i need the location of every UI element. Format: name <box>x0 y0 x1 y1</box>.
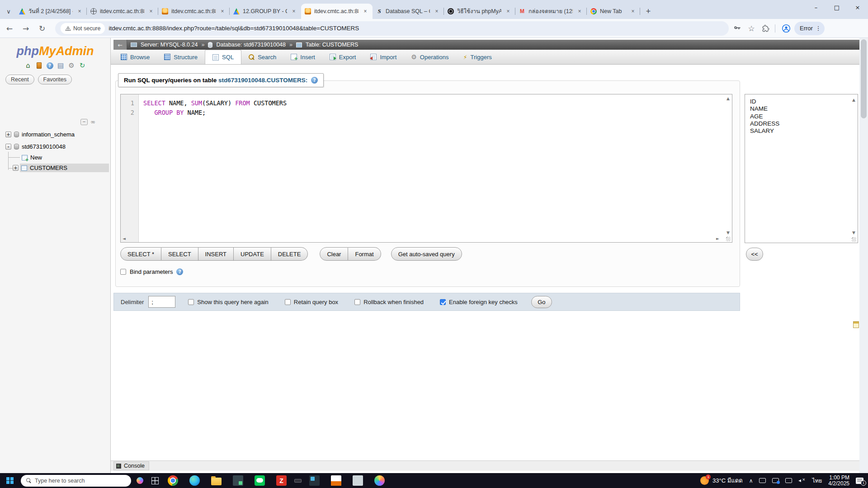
column-item[interactable]: ID <box>750 98 858 105</box>
profile-avatar-icon[interactable] <box>780 22 793 35</box>
tab-close-icon[interactable]: × <box>505 8 512 15</box>
tab-triggers[interactable]: ⚡Triggers <box>456 50 499 64</box>
z-app-icon[interactable]: Z <box>276 475 287 486</box>
scroll-up-icon[interactable]: ▲ <box>852 96 855 103</box>
panel-toggle-icon[interactable] <box>853 321 859 328</box>
rollback-checkbox[interactable] <box>354 299 360 305</box>
orange-doc-app-icon[interactable] <box>331 475 341 486</box>
go-button[interactable]: Go <box>531 296 552 308</box>
column-item[interactable]: AGE <box>750 113 858 120</box>
tree-item-std67319010048[interactable]: - std67319010048 <box>5 143 66 150</box>
language-indicator[interactable]: ไทย <box>812 476 822 485</box>
chrome-active-app[interactable] <box>294 479 302 483</box>
line-app-icon[interactable] <box>255 475 265 486</box>
notification-center-icon[interactable]: 1 <box>856 478 863 484</box>
home-icon[interactable]: ⌂ <box>24 62 32 70</box>
tab-insert[interactable]: Insert <box>283 50 322 64</box>
scroll-down-icon[interactable]: ▼ <box>726 230 730 235</box>
screen-snip-icon[interactable] <box>759 478 766 483</box>
maximize-icon[interactable]: □ <box>826 0 847 14</box>
tab-close-icon[interactable]: × <box>147 8 155 15</box>
browser-tab[interactable]: Database SQL – GRO × <box>373 4 444 19</box>
taskbar-search-box[interactable]: Type here to search <box>21 475 131 487</box>
insert-button[interactable]: INSERT <box>198 247 234 261</box>
resize-grip-icon[interactable] <box>852 237 856 242</box>
tab-search-chevron-icon[interactable]: ∨ <box>2 4 15 19</box>
browser-tab[interactable]: วันที่ 2 [2/4/2568] - Go × <box>15 4 87 19</box>
sql-editor[interactable]: 1 2 SELECT NAME, SUM(SALARY) FROM CUSTOM… <box>120 94 732 243</box>
browser-tab[interactable]: วิธีใช้งาน phpMyAdmi × <box>444 4 515 19</box>
delimiter-input[interactable] <box>148 296 175 308</box>
gray-app-icon[interactable] <box>353 475 363 486</box>
tray-expand-icon[interactable]: ∧ <box>749 478 753 484</box>
page-scrollbar[interactable] <box>859 38 868 473</box>
expand-plus-icon[interactable]: + <box>5 131 11 137</box>
close-icon[interactable]: × <box>847 0 868 14</box>
file-explorer-icon[interactable] <box>211 478 222 485</box>
browser-tab[interactable]: New Tab × <box>587 4 640 19</box>
taskbar-clock[interactable]: 1:00 PM 4/2/2025 <box>828 475 849 487</box>
column-item[interactable]: SALARY <box>750 127 858 135</box>
recent-button[interactable]: Recent <box>5 75 34 84</box>
update-button[interactable]: UPDATE <box>234 247 271 261</box>
scroll-down-icon[interactable]: ▼ <box>852 229 855 236</box>
reload-nav-icon[interactable]: ↻ <box>79 62 86 70</box>
favorites-button[interactable]: Favorites <box>38 75 72 84</box>
tab-close-icon[interactable]: × <box>362 8 369 15</box>
select-button[interactable]: SELECT <box>161 247 198 261</box>
expand-plus-icon[interactable]: + <box>13 165 19 171</box>
scroll-up-icon[interactable]: ▲ <box>726 96 730 101</box>
help-icon[interactable]: ? <box>176 268 183 275</box>
tab-import[interactable]: Import <box>363 50 404 64</box>
select-star-button[interactable]: SELECT * <box>120 247 161 261</box>
network-icon[interactable] <box>785 478 792 483</box>
browser-tab[interactable]: itdev.cmtc.ac.th:8888/ × <box>87 4 158 19</box>
tab-close-icon[interactable]: × <box>219 8 226 15</box>
minimize-icon[interactable]: – <box>806 0 826 14</box>
console-toggle[interactable]: Console <box>113 461 149 470</box>
tab-structure[interactable]: Structure <box>157 50 205 64</box>
docs-icon[interactable]: ▤ <box>57 62 65 70</box>
logout-door-icon[interactable] <box>35 62 43 70</box>
cast-display-icon[interactable] <box>772 478 779 483</box>
tab-close-icon[interactable]: × <box>290 8 297 15</box>
collapse-columns-button[interactable]: << <box>746 248 763 261</box>
show-query-checkbox[interactable] <box>188 299 194 305</box>
back-icon[interactable]: ← <box>3 22 16 35</box>
task-view-icon[interactable] <box>151 477 159 484</box>
tab-operations[interactable]: ⚙Operations <box>404 50 456 64</box>
chrome-icon[interactable] <box>168 475 178 486</box>
column-item[interactable]: NAME <box>750 105 858 113</box>
browser-tab-active[interactable]: itdev.cmtc.ac.th:8888 × <box>301 4 373 19</box>
breadcrumb-server[interactable]: Server: MYSQL-8.0.24 <box>141 42 198 48</box>
tab-sql[interactable]: SQL <box>205 50 241 64</box>
weather-widget[interactable]: 1 33°C มีแดด <box>700 476 743 485</box>
marble-app-icon[interactable] <box>374 475 385 486</box>
help-icon[interactable]: ? <box>46 62 54 70</box>
link-panel-icon[interactable]: ∞ <box>90 118 95 125</box>
clear-button[interactable]: Clear <box>320 247 348 261</box>
bookmark-star-icon[interactable]: ☆ <box>745 22 758 35</box>
collapse-all-icon[interactable]: − <box>80 119 88 125</box>
code-app-icon[interactable] <box>233 475 243 486</box>
forward-icon[interactable]: → <box>19 22 33 35</box>
delete-button[interactable]: DELETE <box>271 247 308 261</box>
browser-menu-pill[interactable]: Error ⋮ <box>794 22 825 35</box>
scrollbar-thumb[interactable] <box>861 39 867 118</box>
not-secure-chip[interactable]: Not secure <box>61 23 105 34</box>
copilot-sparkle-icon[interactable] <box>137 477 143 484</box>
tab-search[interactable]: Search <box>241 50 283 64</box>
start-button[interactable] <box>0 473 20 488</box>
help-icon[interactable]: ? <box>311 77 318 84</box>
address-bar[interactable]: Not secure itdev.cmtc.ac.th:8888/index.p… <box>55 21 729 36</box>
breadcrumb-database[interactable]: Database: std67319010048 <box>216 42 286 48</box>
foreign-key-checkbox[interactable] <box>440 299 446 305</box>
resize-grip-icon[interactable] <box>726 237 731 241</box>
volume-muted-icon[interactable] <box>798 478 806 483</box>
tab-browse[interactable]: Browse <box>113 50 157 64</box>
retain-query-checkbox[interactable] <box>285 299 291 305</box>
collapse-minus-icon[interactable]: - <box>5 144 11 150</box>
edge-icon[interactable] <box>189 475 200 486</box>
tab-close-icon[interactable]: × <box>76 8 83 15</box>
new-tab-button[interactable]: + <box>642 5 655 18</box>
